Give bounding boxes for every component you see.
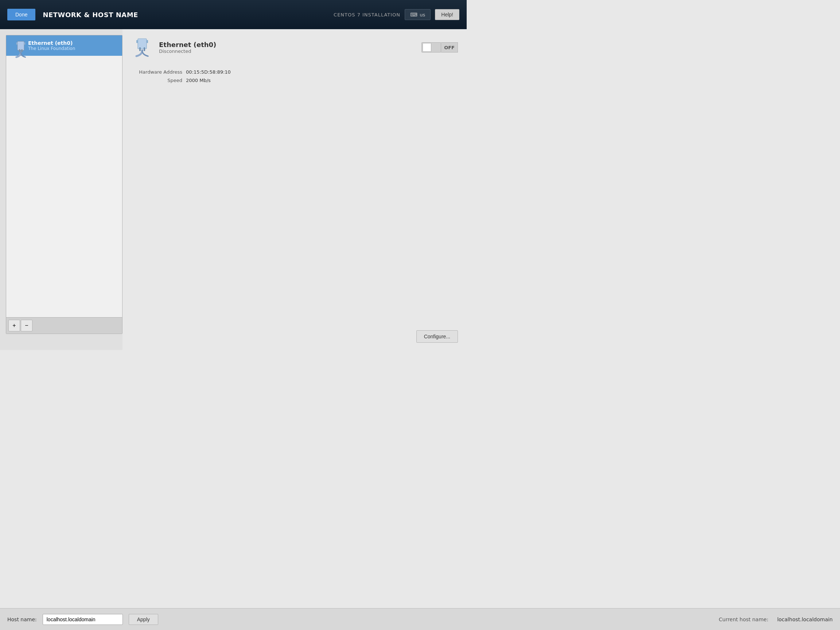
toggle-container[interactable]: OFF bbox=[422, 42, 458, 52]
network-list: Ethernet (eth0) The Linux Foundation bbox=[6, 35, 122, 317]
header: Done NETWORK & HOST NAME CENTOS 7 INSTAL… bbox=[0, 0, 467, 29]
help-button[interactable]: Help! bbox=[435, 9, 459, 20]
keyboard-indicator[interactable]: ⌨ us bbox=[405, 9, 431, 20]
header-right: CENTOS 7 INSTALLATION ⌨ us Help! bbox=[333, 9, 459, 20]
speed-label: Speed bbox=[131, 77, 182, 83]
remove-network-button[interactable]: − bbox=[21, 320, 32, 332]
svg-rect-0 bbox=[17, 41, 24, 50]
svg-rect-9 bbox=[144, 47, 145, 51]
device-info: Ethernet (eth0) Disconnected bbox=[159, 41, 415, 54]
hardware-address-value: 00:15:5D:58:89:10 bbox=[186, 69, 231, 75]
network-item-text: Ethernet (eth0) The Linux Foundation bbox=[28, 40, 118, 51]
keyboard-icon: ⌨ bbox=[410, 12, 417, 17]
speed-value: 2000 Mb/s bbox=[186, 77, 211, 83]
done-button[interactable]: Done bbox=[7, 9, 35, 21]
device-details: Hardware Address 00:15:5D:58:89:10 Speed… bbox=[131, 69, 458, 86]
list-item[interactable]: Ethernet (eth0) The Linux Foundation bbox=[6, 35, 122, 56]
network-panel: Ethernet (eth0) The Linux Foundation + − bbox=[6, 35, 123, 334]
svg-rect-2 bbox=[24, 42, 25, 44]
panel-spacer bbox=[131, 86, 458, 330]
device-icon-container bbox=[131, 36, 153, 58]
svg-rect-7 bbox=[147, 40, 148, 43]
toggle-label: OFF bbox=[441, 42, 458, 52]
ethernet-icon bbox=[11, 39, 24, 52]
add-network-button[interactable]: + bbox=[8, 320, 20, 332]
centos-label: CENTOS 7 INSTALLATION bbox=[333, 12, 400, 17]
page-title: NETWORK & HOST NAME bbox=[43, 11, 138, 19]
keyboard-locale: us bbox=[420, 12, 425, 17]
svg-rect-5 bbox=[138, 39, 147, 49]
configure-button[interactable]: Configure... bbox=[416, 330, 458, 343]
network-item-name: Ethernet (eth0) bbox=[28, 40, 118, 46]
device-icon bbox=[131, 36, 153, 58]
network-item-subtitle: The Linux Foundation bbox=[28, 46, 118, 51]
toggle-track[interactable] bbox=[422, 42, 441, 52]
device-status: Disconnected bbox=[159, 49, 415, 54]
device-header: Ethernet (eth0) Disconnected OFF bbox=[131, 36, 458, 58]
hardware-address-label: Hardware Address bbox=[131, 69, 182, 75]
svg-rect-4 bbox=[22, 49, 23, 52]
device-panel: Ethernet (eth0) Disconnected OFF Hardwar… bbox=[123, 29, 467, 350]
svg-rect-3 bbox=[19, 49, 20, 52]
device-name: Ethernet (eth0) bbox=[159, 41, 415, 49]
toggle-knob bbox=[423, 43, 431, 52]
hardware-address-row: Hardware Address 00:15:5D:58:89:10 bbox=[131, 69, 458, 75]
list-controls: + − bbox=[6, 317, 122, 333]
main-content: Ethernet (eth0) The Linux Foundation + − bbox=[0, 29, 467, 350]
svg-rect-1 bbox=[16, 42, 17, 44]
speed-row: Speed 2000 Mb/s bbox=[131, 77, 458, 83]
svg-rect-8 bbox=[139, 47, 141, 51]
svg-rect-6 bbox=[136, 40, 138, 43]
header-left: Done NETWORK & HOST NAME bbox=[7, 9, 138, 21]
